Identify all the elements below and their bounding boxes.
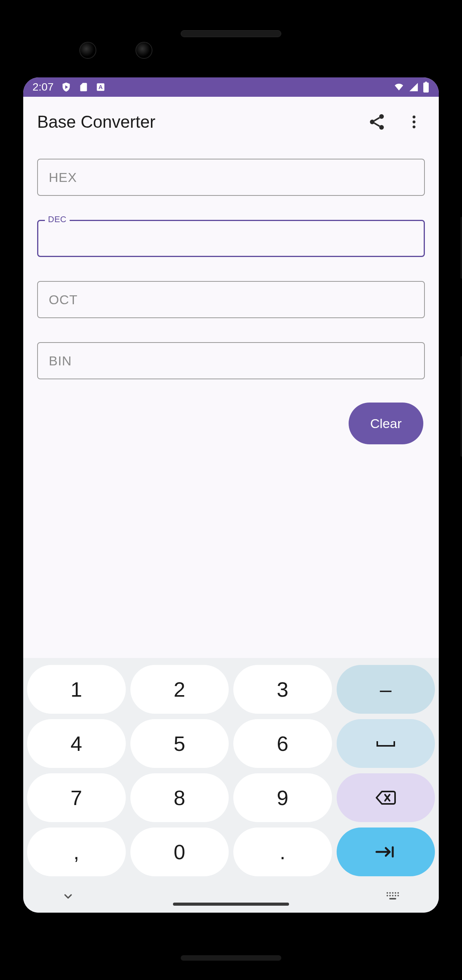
share-button[interactable] <box>366 111 388 133</box>
svg-point-12 <box>387 895 388 896</box>
key-row-3: 7 8 9 <box>27 773 435 822</box>
key-5[interactable]: 5 <box>130 719 229 768</box>
svg-point-9 <box>392 892 394 894</box>
device-frame: 2:07 A <box>0 0 462 980</box>
svg-point-10 <box>395 892 396 894</box>
battery-icon <box>423 82 429 93</box>
svg-point-5 <box>412 120 415 123</box>
oct-field <box>37 281 425 318</box>
key-comma[interactable]: , <box>27 828 126 876</box>
side-button <box>460 217 462 279</box>
key-1[interactable]: 1 <box>27 665 126 714</box>
content: DEC Clear <box>23 147 439 658</box>
clear-button[interactable]: Clear <box>349 403 423 444</box>
status-time: 2:07 <box>33 81 54 93</box>
key-4[interactable]: 4 <box>27 719 126 768</box>
field-group: DEC <box>37 159 425 379</box>
more-vert-icon <box>406 113 423 130</box>
svg-rect-17 <box>389 898 396 899</box>
soft-keyboard: 1 2 3 – 4 5 6 7 8 9 <box>23 658 439 913</box>
sd-card-icon <box>79 82 89 92</box>
tab-next-key[interactable] <box>337 828 435 876</box>
space-icon <box>375 737 397 750</box>
bin-field <box>37 342 425 379</box>
app-bar-actions <box>366 111 425 133</box>
share-icon <box>368 113 386 131</box>
backspace-icon <box>375 789 397 806</box>
svg-point-13 <box>389 895 391 896</box>
space-key[interactable] <box>337 719 435 768</box>
app-bar: Base Converter <box>23 97 439 147</box>
speaker-grille <box>181 30 281 37</box>
svg-point-4 <box>412 116 415 118</box>
wifi-icon <box>393 82 405 92</box>
svg-point-7 <box>387 892 388 894</box>
svg-point-15 <box>395 895 396 896</box>
side-button <box>460 356 462 457</box>
dec-label: DEC <box>45 214 70 224</box>
key-9[interactable]: 9 <box>233 773 332 822</box>
gesture-handle[interactable] <box>173 903 289 906</box>
keyboard-dots-icon <box>385 891 400 902</box>
oct-input[interactable] <box>37 281 425 318</box>
hex-field <box>37 159 425 196</box>
front-camera-2 <box>135 42 152 59</box>
dec-input[interactable] <box>37 220 425 257</box>
key-row-1: 1 2 3 – <box>27 665 435 714</box>
dash-key[interactable]: – <box>337 665 435 714</box>
key-7[interactable]: 7 <box>27 773 126 822</box>
language-a-icon: A <box>96 82 106 92</box>
svg-point-8 <box>389 892 391 894</box>
svg-point-16 <box>397 895 399 896</box>
svg-point-14 <box>392 895 394 896</box>
keyboard-settings-button[interactable] <box>385 891 400 903</box>
clear-row: Clear <box>37 403 425 444</box>
svg-point-1 <box>379 114 384 119</box>
key-row-4: , 0 . <box>27 828 435 876</box>
key-8[interactable]: 8 <box>130 773 229 822</box>
hex-input[interactable] <box>37 159 425 196</box>
svg-text:A: A <box>98 84 103 90</box>
key-period[interactable]: . <box>233 828 332 876</box>
shield-play-icon <box>61 82 72 93</box>
dec-field: DEC <box>37 220 425 257</box>
svg-point-2 <box>370 120 375 124</box>
key-6[interactable]: 6 <box>233 719 332 768</box>
key-row-2: 4 5 6 <box>27 719 435 768</box>
cell-signal-icon <box>409 82 419 92</box>
keyboard-nav-row <box>27 882 435 913</box>
svg-point-11 <box>397 892 399 894</box>
tab-icon <box>374 845 397 859</box>
bottom-speaker <box>181 955 281 961</box>
page-title: Base Converter <box>37 112 366 132</box>
svg-point-3 <box>379 125 384 130</box>
backspace-key[interactable] <box>337 773 435 822</box>
key-3[interactable]: 3 <box>233 665 332 714</box>
bin-input[interactable] <box>37 342 425 379</box>
chevron-down-icon <box>62 890 74 903</box>
front-camera <box>79 42 96 59</box>
key-0[interactable]: 0 <box>130 828 229 876</box>
more-options-button[interactable] <box>403 111 425 133</box>
status-left: 2:07 A <box>33 81 106 93</box>
svg-point-6 <box>412 125 415 128</box>
status-right <box>393 82 429 93</box>
collapse-keyboard-button[interactable] <box>62 890 74 904</box>
status-bar: 2:07 A <box>23 77 439 97</box>
screen: 2:07 A <box>23 77 439 913</box>
key-2[interactable]: 2 <box>130 665 229 714</box>
